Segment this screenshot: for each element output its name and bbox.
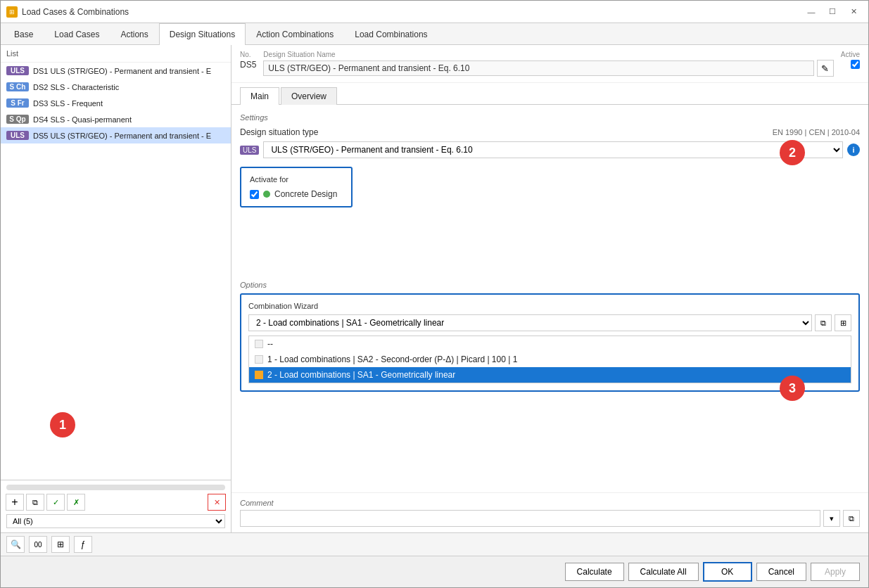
left-panel: List 1 ULS DS1 ULS (STR/GEO) - Permanent… — [1, 45, 231, 532]
calculate-button[interactable]: Calculate — [565, 563, 624, 581]
scrollbar[interactable] — [6, 485, 225, 490]
tab-action-combinations[interactable]: Action Combinations — [246, 23, 344, 45]
delete-button[interactable]: ✕ — [208, 494, 226, 511]
active-checkbox[interactable] — [851, 60, 860, 69]
dropdown-item-2-label: 2 - Load combinations | SA1 - Geometrica… — [267, 370, 455, 380]
tab-design-situations[interactable]: Design Situations — [159, 23, 246, 45]
tab-main[interactable]: Main — [240, 87, 279, 105]
formula-tool-button[interactable]: ƒ — [74, 536, 92, 553]
left-bottom: + ⧉ ✓ ✗ ✕ All (5) — [1, 480, 231, 532]
list-item-ds2[interactable]: S Ch DS2 SLS - Characteristic — [1, 79, 231, 95]
activate-for-title: Activate for — [250, 175, 343, 184]
content-spacer — [240, 219, 860, 275]
ok-button[interactable]: OK — [703, 562, 752, 582]
combination-wizard-select[interactable]: 2 - Load combinations | SA1 - Geometrica… — [248, 314, 812, 331]
comment-input[interactable] — [240, 510, 820, 527]
table-tool-button[interactable]: ⊞ — [51, 536, 70, 553]
uncheck-button[interactable]: ✗ — [67, 494, 85, 511]
options-section: Options Combination Wizard 2 - Load comb… — [240, 281, 860, 392]
app-icon: ⊞ — [6, 6, 18, 18]
activate-for-box: Activate for Concrete Design — [240, 167, 353, 207]
no-value: DS5 — [240, 60, 256, 70]
ds-name-section: Design Situation Name ✎ — [263, 51, 833, 77]
dropdown-item-2[interactable]: 2 - Load combinations | SA1 - Geometrica… — [249, 367, 851, 383]
number-tool-button[interactable]: 00 — [29, 536, 47, 553]
item-text-ds2: DS2 SLS - Characteristic — [33, 83, 119, 91]
tab-actions[interactable]: Actions — [110, 23, 158, 45]
info-bar: No. DS5 Design Situation Name ✎ Active — [231, 45, 868, 83]
comment-input-row: ▾ ⧉ — [240, 510, 860, 527]
edit-ds-button[interactable]: ✎ — [817, 60, 834, 77]
badge-ds2: S Ch — [6, 82, 29, 91]
list-header: List — [1, 45, 231, 63]
filter-bar: All (5) — [4, 513, 228, 530]
badge-ds5: ULS — [6, 131, 29, 140]
copy-button[interactable]: ⧉ — [26, 494, 44, 511]
window-title: Load Cases & Combinations — [22, 7, 129, 17]
bottom-toolbar: 🔍 00 ⊞ ƒ — [1, 532, 868, 556]
ds-name-input[interactable] — [263, 60, 813, 76]
content-tabs: Main Overview — [231, 83, 868, 105]
left-toolbar: + ⧉ ✓ ✗ ✕ — [4, 492, 228, 513]
design-situation-type-label: Design situation type — [240, 127, 318, 137]
search-tool-button[interactable]: 🔍 — [6, 536, 25, 553]
tab-load-cases[interactable]: Load Cases — [44, 23, 110, 45]
item-text-ds5: DS5 ULS (STR/GEO) - Permanent and transi… — [33, 132, 211, 140]
tab-content-main: 2 3 Settings Design situation type EN 19… — [231, 105, 868, 492]
active-section: Active — [841, 51, 860, 69]
badge-ds1: ULS — [6, 66, 29, 75]
add-button[interactable]: + — [6, 494, 24, 511]
maximize-button[interactable]: ☐ — [823, 5, 842, 19]
tab-base[interactable]: Base — [4, 23, 44, 45]
comment-dropdown-btn[interactable]: ▾ — [823, 510, 840, 527]
apply-button[interactable]: Apply — [811, 563, 860, 581]
list-item-ds5[interactable]: ULS DS5 ULS (STR/GEO) - Permanent and tr… — [1, 127, 231, 143]
item-text-ds1: DS1 ULS (STR/GEO) - Permanent and transi… — [33, 67, 211, 75]
titlebar-left: ⊞ Load Cases & Combinations — [6, 6, 129, 18]
main-window: ⊞ Load Cases & Combinations — ☐ ✕ Base L… — [0, 0, 869, 588]
design-situation-type-row: Design situation type EN 1990 | CEN | 20… — [240, 127, 860, 137]
list-item-ds1[interactable]: ULS DS1 ULS (STR/GEO) - Permanent and tr… — [1, 63, 231, 79]
cw-edit-button[interactable]: ⊞ — [835, 314, 851, 331]
annotation-1: 1 — [50, 412, 75, 437]
concrete-design-label: Concrete Design — [274, 189, 337, 199]
info-icon[interactable]: i — [847, 143, 860, 156]
list-item-ds4[interactable]: S Qp DS4 SLS - Quasi-permanent — [1, 111, 231, 127]
cw-copy-button[interactable]: ⧉ — [815, 314, 832, 331]
item-text-ds4: DS4 SLS - Quasi-permanent — [33, 115, 132, 124]
concrete-design-checkbox[interactable] — [250, 190, 259, 199]
active-checkbox-row — [851, 60, 860, 69]
dropdown-item-1[interactable]: 1 - Load combinations | SA2 - Second-ord… — [249, 352, 851, 367]
green-dot-icon — [263, 191, 270, 198]
list-items: 1 ULS DS1 ULS (STR/GEO) - Permanent and … — [1, 63, 231, 480]
check-button[interactable]: ✓ — [46, 494, 65, 511]
right-panel: No. DS5 Design Situation Name ✎ Active — [231, 45, 868, 532]
titlebar: ⊞ Load Cases & Combinations — ☐ ✕ — [1, 1, 868, 23]
options-label: Options — [240, 281, 860, 289]
design-type-row: ULS ULS (STR/GEO) - Permanent and transi… — [240, 141, 860, 158]
close-button[interactable]: ✕ — [844, 5, 863, 19]
uls-badge: ULS — [240, 146, 259, 155]
badge-ds3: S Fr — [6, 98, 29, 108]
dropdown-item-dash[interactable]: -- — [249, 336, 851, 352]
color-square-light2 — [255, 355, 263, 364]
activate-item-concrete: Concrete Design — [250, 189, 343, 199]
calculate-all-button[interactable]: Calculate All — [628, 563, 699, 581]
ds-input-row: ✎ — [263, 60, 833, 77]
list-item-ds3[interactable]: S Fr DS3 SLS - Frequent — [1, 95, 231, 111]
ds-label: Design Situation Name — [263, 51, 833, 58]
color-square-orange — [255, 371, 263, 379]
tab-overview[interactable]: Overview — [281, 87, 337, 105]
no-label: No. — [240, 51, 256, 58]
cancel-button[interactable]: Cancel — [756, 563, 806, 581]
dropdown-item-dash-label: -- — [267, 339, 273, 349]
comment-copy-btn[interactable]: ⧉ — [843, 510, 860, 527]
comment-label: Comment — [240, 499, 860, 507]
comment-section: Comment ▾ ⧉ — [231, 492, 868, 532]
settings-label: Settings — [240, 113, 860, 122]
minimize-button[interactable]: — — [802, 5, 820, 19]
combination-wizard-title: Combination Wizard — [248, 302, 851, 310]
filter-select[interactable]: All (5) — [6, 514, 225, 528]
tab-load-combinations[interactable]: Load Combinations — [344, 23, 438, 45]
design-type-select[interactable]: ULS (STR/GEO) - Permanent and transient … — [263, 141, 843, 158]
